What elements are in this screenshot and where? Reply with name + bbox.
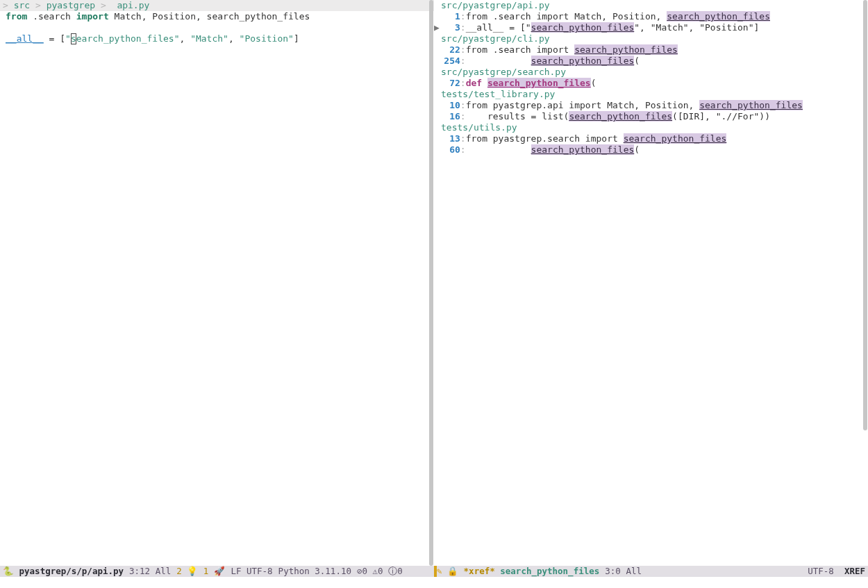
xref-result-row[interactable]: 1:from .search import Match, Position, s… [434,11,868,22]
breadcrumb-item[interactable]: pyastgrep [47,0,95,10]
info-count: 0 [397,566,403,576]
xref-result-row[interactable]: 16: results = list(search_python_files([… [434,111,868,122]
xref-result-row[interactable]: 13:from pyastgrep.search import search_p… [434,133,868,144]
xref-result-row[interactable]: ▶3:__all__ = ["search_python_files", "Ma… [434,22,868,33]
xref-line-number: 22 [449,44,460,55]
code-text: , [228,33,240,44]
modeline-position: 3:0 All [605,566,642,577]
code-text: , [179,33,190,44]
xref-match: search_python_files [699,100,803,110]
string-literal: "Position" [240,33,294,44]
modeline-position: 3:12 All [129,566,171,577]
modeline-left: 🐍 pyastgrep/s/p/api.py 3:12 All 2 💡 1 🚀 … [0,566,434,577]
code-text: Match, Position, search_python_files [109,11,310,22]
error-icon: ⊘ [357,566,362,576]
python-icon: 🐍 [3,566,14,577]
bulb-icon: 💡 [187,566,198,577]
modeline-right: ✎ 🔒 *xref* search_python_files 3:0 All U… [434,566,868,577]
xref-match: search_python_files [574,44,678,55]
cursor[interactable]: s [71,33,76,44]
lock-icon: 🔒 [447,566,458,577]
modeline-encoding: LF UTF-8 [231,566,272,577]
xref-match: search_python_files [531,22,635,33]
xref-match: search_python_files [624,133,727,144]
string-literal: "Match" [190,33,228,44]
kw-import: import [76,11,109,22]
dunder-all: __all__ [6,33,44,44]
xref-file-header[interactable]: tests/utils.py [434,122,868,133]
minibuffer-left[interactable] [0,577,434,588]
xref-match: search_python_files [531,56,635,66]
code-text: ] [294,33,299,44]
scrollbar-vertical[interactable] [861,0,868,566]
xref-line-number: 13 [449,133,460,144]
xref-match: search_python_files [487,78,591,88]
chevron-right-icon: > [30,0,46,10]
xref-results[interactable]: src/pyastgrep/api.py 1:from .search impo… [434,0,868,566]
modeline-filename: pyastgrep/s/p/api.py [19,566,124,576]
xref-line-number: 72 [449,78,460,88]
editor-area[interactable]: from .search import Match, Position, sea… [0,11,434,566]
chevron-right-icon: > [3,0,14,10]
xref-match: search_python_files [569,111,672,121]
xref-line-number: 254 [444,56,460,66]
left-editor-pane: > src > pyastgrep > api.py from .search … [0,0,434,588]
modeline-xref-query: search_python_files [500,566,599,576]
xref-result-row[interactable]: 60: search_python_files( [434,144,868,156]
scrollbar-vertical[interactable] [427,0,434,566]
warning-count: 0 [378,566,383,576]
string-literal: " [65,33,71,44]
breadcrumb-item-current[interactable]: api.py [117,0,149,10]
xref-file-header[interactable]: tests/test_library.py [434,89,868,100]
kw-def: def [466,78,487,88]
xref-file-header[interactable]: src/pyastgrep/search.py [434,67,868,78]
scrollbar-thumb[interactable] [429,0,433,566]
rocket-icon: 🚀 [214,566,225,577]
diag-count: 2 [176,566,182,576]
chevron-right-icon: > [95,0,111,10]
breadcrumb: > src > pyastgrep > api.py [0,0,434,11]
xref-match: search_python_files [667,11,770,22]
xref-line-number: 1 [455,11,460,22]
window-active-indicator [434,566,437,577]
modified-icon: ✎ [437,566,442,577]
xref-line-number: 10 [449,100,460,110]
code-text: = [ [44,33,65,44]
xref-line-number: 16 [449,111,460,121]
scrollbar-thumb[interactable] [863,0,867,430]
kw-from: from [6,11,27,22]
xref-result-row[interactable]: 22:from .search import search_python_fil… [434,44,868,56]
string-literal: earch_python_files" [76,33,180,44]
warning-icon: ⚠ [373,566,378,576]
xref-line-number: 60 [449,144,460,155]
current-marker-icon: ▶ [434,22,440,33]
xref-result-row[interactable]: 10:from pyastgrep.api import Match, Posi… [434,100,868,111]
error-count: 0 [362,566,368,576]
modeline-encoding: UTF-8 [808,566,834,576]
modeline-major-mode: XREF [844,566,865,576]
xref-file-header[interactable]: src/pyastgrep/cli.py [434,33,868,44]
xref-result-row[interactable]: 72:def search_python_files( [434,78,868,89]
xref-line-number: 3 [455,22,460,33]
breadcrumb-item[interactable]: src [14,0,30,10]
modeline-buffer-name: *xref* [464,566,495,576]
right-xref-pane: src/pyastgrep/api.py 1:from .search impo… [434,0,868,588]
minibuffer-right[interactable] [434,577,868,588]
xref-match: search_python_files [531,144,635,155]
xref-result-row[interactable]: 254: search_python_files( [434,56,868,67]
modeline-python-version: Python 3.11.10 [278,566,351,577]
info-icon: ⓘ [388,566,397,576]
xref-file-header[interactable]: src/pyastgrep/api.py [434,0,868,11]
diag-count: 1 [203,566,209,576]
code-text: .search [27,11,76,22]
